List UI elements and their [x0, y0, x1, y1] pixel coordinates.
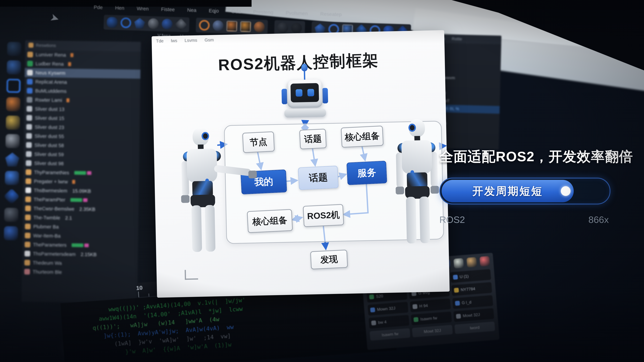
menu-item[interactable]: Pvolsmen — [286, 10, 308, 16]
scale-tool-icon[interactable] — [134, 18, 145, 29]
menu-item[interactable]: Eqjo — [209, 8, 219, 14]
object-icon — [25, 196, 31, 202]
toolbar-group-select-tools — [104, 15, 190, 32]
move-tool-icon[interactable] — [107, 17, 118, 28]
alert-icon[interactable] — [480, 256, 490, 267]
tree-item[interactable]: TheParameters — [22, 240, 138, 251]
layers-tool-icon[interactable] — [174, 18, 187, 31]
property-icon — [369, 294, 374, 299]
menu-item[interactable]: Fistee — [161, 6, 175, 12]
property-footer-button[interactable]: Isawm fw — [370, 328, 410, 341]
property-footer-button[interactable]: lword — [454, 322, 495, 334]
tree-item[interactable]: Sliver dust 58 — [24, 140, 140, 151]
flow-node-n5[interactable]: 话题 — [298, 166, 338, 190]
object-icon — [24, 260, 30, 266]
orb-orange-icon[interactable] — [6, 97, 20, 111]
menu-item[interactable]: Reseatep — [320, 11, 342, 17]
property-field[interactable]: G l_d — [452, 295, 493, 309]
eye-icon[interactable] — [6, 115, 20, 130]
tree-item[interactable]: Sliver dust 13 — [24, 104, 140, 115]
flow-node-n2[interactable]: 话题 — [299, 129, 326, 149]
object-icon — [27, 97, 32, 103]
tree-item[interactable]: Thurteom Ble — [22, 267, 138, 278]
render-icon[interactable] — [199, 20, 210, 31]
property-field[interactable]: Isawm fw — [411, 312, 452, 326]
sphere-tool-icon[interactable] — [148, 18, 159, 29]
tree-item-label: Sliver dust 59 — [34, 151, 64, 157]
tree-item[interactable]: Sliver dust 55 — [24, 131, 140, 142]
orb-tool-icon[interactable] — [162, 18, 172, 30]
tree-item[interactable]: Thedeum Wa — [22, 258, 138, 269]
tree-item[interactable]: The-Twmble2.1 — [23, 213, 138, 224]
flow-node-n8[interactable]: ROS2机 — [303, 204, 344, 227]
property-field[interactable]: U (1) — [450, 269, 491, 283]
property-field[interactable]: NY7784 — [451, 282, 492, 296]
flow-node-n1[interactable]: 节点 — [242, 131, 275, 153]
progress-knob[interactable] — [561, 186, 570, 196]
attributes-tab[interactable]: Rsttle — [452, 36, 462, 41]
tree-item[interactable]: ThyParametNes — [23, 168, 139, 178]
menu-item[interactable]: Oda — [231, 8, 241, 14]
menu-item[interactable]: Presteng — [253, 9, 273, 15]
tag-icon[interactable] — [466, 257, 477, 268]
render-settings-icon[interactable] — [240, 21, 251, 32]
tree-item[interactable]: ThsParmetersdeam2.15KB — [22, 249, 138, 260]
rotate-tool-icon[interactable] — [120, 17, 132, 28]
object-panel-header: Reswtions — [25, 40, 141, 52]
cube-icon[interactable] — [4, 226, 18, 240]
property-field[interactable]: Mown 32J — [368, 302, 408, 316]
donut-icon[interactable] — [6, 79, 21, 93]
tree-item[interactable]: TheParamPter — [23, 195, 139, 205]
tree-item[interactable]: TheCwsr-Bemslwe2.35KB — [23, 204, 139, 215]
menu-item[interactable]: Pde — [94, 4, 103, 10]
tree-item[interactable]: Plubmer Ba — [22, 222, 138, 233]
object-icon — [27, 52, 33, 57]
arc-icon[interactable] — [7, 60, 21, 74]
tree-item[interactable]: War-Item-Ba — [22, 231, 138, 242]
leaf-icon[interactable] — [454, 258, 464, 269]
render-view-icon[interactable] — [212, 20, 224, 31]
tree-item[interactable]: Sliver dust 59 — [24, 149, 139, 160]
ghost-icon[interactable] — [4, 208, 18, 222]
hand-icon[interactable] — [4, 188, 20, 204]
tree-item[interactable]: Lumiver Rena — [25, 50, 141, 61]
tree-item-label: Lumiver Rena — [36, 52, 66, 58]
tree-item[interactable]: Sliver dust 15 — [24, 113, 140, 124]
monitor-screen: ➤ PdeHenWrenFisteeNeaEqjoOdaPrestengPvol… — [0, 0, 644, 362]
tree-item[interactable]: Pregater + lwrw — [23, 177, 139, 187]
object-icon — [26, 133, 32, 139]
tree-item[interactable]: Replicat Arena — [24, 77, 140, 88]
property-field[interactable]: H 94 — [410, 299, 451, 312]
sphere-dark-icon[interactable] — [7, 42, 21, 56]
tree-item-label: ThyParametNes — [34, 169, 69, 175]
menu-item[interactable]: Nea — [187, 7, 196, 13]
marketing-overlay: 全面适配ROS2，开发效率翻倍 开发周期短短 ROS2 866x — [440, 147, 644, 225]
menu-item[interactable]: Hen — [115, 5, 124, 11]
brush-icon[interactable] — [5, 171, 19, 185]
capsule-icon[interactable] — [5, 134, 20, 148]
tree-item[interactable]: Sliver dust 23 — [24, 122, 140, 133]
property-footer-button[interactable]: Mowt 32J — [412, 325, 453, 337]
progress-bar[interactable]: 开发周期短短 — [440, 178, 610, 204]
tree-item[interactable]: Ludber Rena — [25, 59, 141, 70]
tree-item-label: Plubmer Ba — [33, 224, 59, 230]
property-label: Isawm fw — [420, 316, 438, 322]
property-field[interactable]: bw 4 — [368, 315, 410, 329]
render-region-icon[interactable] — [226, 21, 237, 32]
display-icon[interactable] — [291, 23, 302, 34]
flow-node-n7[interactable]: 核心组备 — [247, 209, 293, 233]
flow-node-n9[interactable]: 发现 — [310, 250, 348, 270]
tree-item[interactable]: BuMLutddems — [24, 86, 140, 97]
tree-item[interactable]: Sliver dust 98 — [23, 159, 139, 169]
property-field[interactable]: Mowt 32J — [453, 308, 494, 322]
flow-node-n6[interactable]: 服务 — [346, 161, 387, 185]
tree-item[interactable]: ThsBwrmeslem15.09KB — [23, 186, 139, 196]
mouse-cursor-icon: ➤ — [49, 11, 61, 25]
tree-item[interactable]: Rswter Lami — [24, 95, 140, 106]
flow-node-n3[interactable]: 核心组备 — [341, 125, 384, 148]
pen-icon[interactable] — [5, 152, 19, 167]
material-ball-icon[interactable] — [254, 21, 265, 32]
camera-icon[interactable] — [277, 22, 288, 33]
menu-item[interactable]: Wren — [137, 6, 149, 12]
tree-item-label: Sliver dust 98 — [34, 160, 64, 166]
